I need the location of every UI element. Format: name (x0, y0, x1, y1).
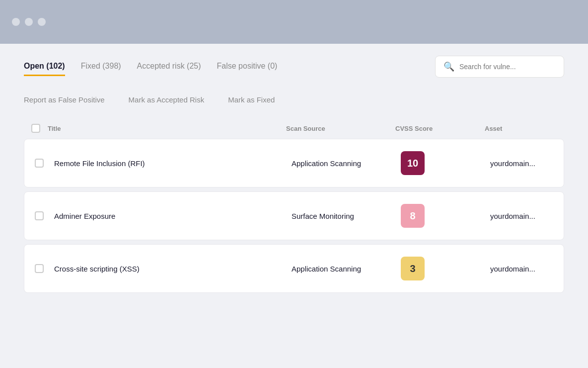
row-checkbox-cell (24, 199, 48, 232)
row-2-cvss-badge: 8 (401, 204, 425, 228)
row-2-cvss-cell: 8 (395, 192, 484, 240)
row-1-cvss-cell: 10 (395, 139, 484, 187)
tab-open[interactable]: Open (102) (24, 58, 65, 76)
mark-fixed-button[interactable]: Mark as Fixed (228, 93, 275, 106)
row-2-checkbox[interactable] (35, 211, 44, 220)
row-3-scan-source: Application Scanning (286, 253, 395, 285)
header-title: Title (48, 125, 286, 132)
table-row: Cross-site scripting (XSS) Application S… (24, 244, 564, 293)
titlebar-dot-yellow (25, 18, 33, 26)
select-all-checkbox[interactable] (31, 124, 40, 133)
header-cvss-score: CVSS Score (395, 125, 485, 132)
row-checkbox-cell (24, 147, 48, 180)
row-1-asset: yourdomain... (484, 147, 564, 180)
table-row: Adminer Exposure Surface Monitoring 8 yo… (24, 191, 564, 240)
row-2-asset: yourdomain... (484, 200, 564, 232)
table-container: Title Scan Source CVSS Score Asset Remot… (24, 120, 564, 293)
tab-false-positive[interactable]: False positive (0) (217, 58, 278, 76)
tab-accepted-risk[interactable]: Accepted risk (25) (137, 58, 201, 76)
table-header: Title Scan Source CVSS Score Asset (24, 120, 564, 137)
search-icon: 🔍 (443, 61, 454, 72)
row-1-scan-source: Application Scanning (286, 147, 395, 180)
header-checkbox-cell (24, 124, 48, 133)
header-scan-source: Scan Source (286, 125, 395, 132)
report-false-positive-button[interactable]: Report as False Positive (24, 93, 105, 106)
row-checkbox-cell (24, 252, 48, 285)
row-3-checkbox[interactable] (35, 264, 44, 273)
actions-row: Report as False Positive Mark as Accepte… (24, 90, 564, 110)
titlebar (0, 0, 588, 44)
search-box[interactable]: 🔍 (435, 56, 564, 78)
row-1-cvss-badge: 10 (401, 151, 425, 175)
search-input[interactable] (459, 63, 556, 71)
row-2-title: Adminer Exposure (48, 200, 286, 232)
header-asset: Asset (485, 125, 564, 132)
tab-fixed[interactable]: Fixed (398) (81, 58, 121, 76)
titlebar-dot-green (38, 18, 46, 26)
row-1-checkbox[interactable] (35, 159, 44, 168)
row-2-scan-source: Surface Monitoring (286, 200, 395, 232)
main-content: Open (102) Fixed (398) Accepted risk (25… (0, 44, 588, 309)
row-3-cvss-badge: 3 (401, 257, 425, 280)
table-row: Remote File Inclusion (RFI) Application … (24, 139, 564, 187)
mark-accepted-risk-button[interactable]: Mark as Accepted Risk (129, 93, 205, 106)
titlebar-dot-red (12, 18, 20, 26)
tabs-row: Open (102) Fixed (398) Accepted risk (25… (24, 56, 564, 78)
row-3-asset: yourdomain... (484, 253, 564, 285)
row-1-title: Remote File Inclusion (RFI) (48, 147, 286, 180)
row-3-cvss-cell: 3 (395, 245, 484, 292)
row-3-title: Cross-site scripting (XSS) (48, 253, 286, 285)
